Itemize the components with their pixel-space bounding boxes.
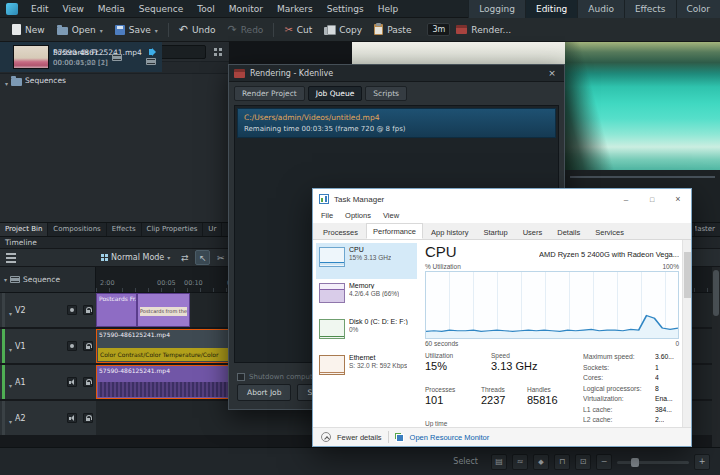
tab-performance[interactable]: Performance xyxy=(366,223,423,239)
render-button[interactable]: Render... xyxy=(450,22,517,38)
close-icon[interactable] xyxy=(665,189,691,209)
snap-toggle[interactable] xyxy=(554,454,570,470)
timeline-clip-postcards[interactable]: Postcards Fr... xyxy=(96,293,137,327)
chevron-down-icon[interactable] xyxy=(9,409,12,428)
menu-help[interactable]: Help xyxy=(371,0,406,18)
expand-arrow-icon[interactable] xyxy=(5,71,8,90)
menu-tool[interactable]: Tool xyxy=(190,0,221,18)
mix-clips-button[interactable] xyxy=(177,250,192,265)
tab-master[interactable]: Master xyxy=(694,223,720,236)
zoom-slider[interactable] xyxy=(617,455,689,469)
menu-view[interactable]: View xyxy=(377,209,405,223)
tab-render-project[interactable]: Render Project xyxy=(234,86,305,101)
redo-button[interactable]: Redo xyxy=(222,21,270,39)
sidebar-item-cpu[interactable]: CPU15% 3.13 GHz xyxy=(316,243,417,279)
tab-processes[interactable]: Processes xyxy=(316,224,365,239)
cpu-usage-chart[interactable] xyxy=(425,271,679,339)
slider-thumb[interactable] xyxy=(631,458,639,467)
sequence-tab[interactable]: Sequence xyxy=(0,267,96,293)
workspace-tab-color[interactable]: Color xyxy=(676,0,720,18)
menu-settings[interactable]: Settings xyxy=(320,0,371,18)
tab-undo-history[interactable]: Ur xyxy=(203,223,222,236)
workspace-tab-effects[interactable]: Effects xyxy=(624,0,676,18)
bin-folder-row[interactable]: Sequences xyxy=(0,74,229,87)
tab-project-bin[interactable]: Project Bin xyxy=(0,223,48,236)
copy-button[interactable]: Copy xyxy=(318,22,368,38)
project-monitor-display[interactable] xyxy=(565,42,720,170)
fewer-details-button[interactable]: Fewer details xyxy=(337,433,382,442)
chevron-down-icon[interactable] xyxy=(9,301,12,320)
new-button[interactable]: New xyxy=(6,21,51,38)
track-header-v1[interactable]: V1 xyxy=(0,329,96,363)
timeline-clip-audio[interactable]: 57590-486125241.mp4 xyxy=(96,365,232,399)
tab-startup[interactable]: Startup xyxy=(476,224,514,239)
hide-track-icon[interactable] xyxy=(67,305,77,315)
selection-tool-button[interactable] xyxy=(195,250,210,265)
workspace-tab-editing[interactable]: Editing xyxy=(525,0,577,18)
video-thumbnails-toggle[interactable] xyxy=(491,454,507,470)
lock-track-icon[interactable] xyxy=(83,341,93,351)
tab-job-queue[interactable]: Job Queue xyxy=(308,86,363,101)
close-icon[interactable] xyxy=(545,67,559,80)
shutdown-checkbox[interactable] xyxy=(237,373,245,381)
tab-app-history[interactable]: App history xyxy=(424,224,476,239)
dialog-titlebar[interactable]: Rendering - Kdenlive xyxy=(229,65,564,82)
window-titlebar[interactable]: Task Manager xyxy=(313,189,691,209)
track-header-a1[interactable]: A1 xyxy=(0,365,96,399)
effect-strip[interactable]: Color Contrast/Color Temperature/Color xyxy=(98,348,230,361)
menu-file[interactable]: File xyxy=(315,209,339,223)
zoom-out-button[interactable] xyxy=(596,454,612,470)
audio-indicator-icon[interactable] xyxy=(149,49,153,55)
lock-track-icon[interactable] xyxy=(83,413,93,423)
video-indicator-icon[interactable] xyxy=(146,58,156,65)
render-job-item[interactable]: C:/Users/admin/Videos/untitled.mp4 Remai… xyxy=(237,108,556,138)
menu-view[interactable]: View xyxy=(55,0,90,18)
tab-scripts[interactable]: Scripts xyxy=(365,86,407,101)
menu-media[interactable]: Media xyxy=(91,0,132,18)
tab-effects[interactable]: Effects xyxy=(107,223,142,236)
menu-monitor[interactable]: Monitor xyxy=(222,0,270,18)
chevron-down-icon[interactable] xyxy=(9,337,12,356)
view-mode-button[interactable] xyxy=(211,45,225,59)
markers-toggle[interactable] xyxy=(533,454,549,470)
zoom-in-button[interactable] xyxy=(694,454,710,470)
track-header-v2[interactable]: V2 xyxy=(0,293,96,327)
lock-track-icon[interactable] xyxy=(83,305,93,315)
timeline-clip-video[interactable]: 57590-486125241.mp4 Color Contrast/Color… xyxy=(96,329,232,363)
sidebar-item-ethernet[interactable]: EthernetS: 32.0 R: 592 Kbps xyxy=(316,351,417,387)
tab-compositions[interactable]: Compositions xyxy=(48,223,106,236)
abort-job-button[interactable]: Abort Job xyxy=(237,384,291,401)
menu-sequence[interactable]: Sequence xyxy=(132,0,190,18)
zoom-fit-button[interactable] xyxy=(575,454,591,470)
video-indicator-icon[interactable] xyxy=(112,54,122,61)
mute-track-icon[interactable] xyxy=(67,413,77,423)
cut-button[interactable]: Cut xyxy=(278,21,318,39)
monitor-seek-bar[interactable] xyxy=(570,176,715,178)
scrollbar-thumb[interactable] xyxy=(684,252,691,298)
lock-track-icon[interactable] xyxy=(83,377,93,387)
tab-clip-properties[interactable]: Clip Properties xyxy=(142,223,204,236)
undo-button[interactable]: Undo xyxy=(173,21,222,39)
tab-details[interactable]: Details xyxy=(550,224,587,239)
menu-edit[interactable]: Edit xyxy=(24,0,55,18)
chevron-down-icon[interactable] xyxy=(9,373,12,392)
menu-markers[interactable]: Markers xyxy=(270,0,320,18)
timeline-scrollbar[interactable] xyxy=(712,267,720,447)
timeline-menu-button[interactable] xyxy=(3,250,18,265)
workspace-tab-logging[interactable]: Logging xyxy=(468,0,525,18)
track-header-a2[interactable]: A2 xyxy=(0,401,96,435)
open-button[interactable]: Open xyxy=(51,22,109,38)
mute-track-icon[interactable] xyxy=(67,377,77,387)
tab-users[interactable]: Users xyxy=(516,224,550,239)
edit-mode-dropdown[interactable]: Normal Mode xyxy=(97,252,174,263)
timeline-clip-postcards-2[interactable]: Postcards from the po xyxy=(137,293,190,327)
tab-services[interactable]: Services xyxy=(588,224,631,239)
save-button[interactable]: Save xyxy=(109,22,164,38)
sidebar-item-disk[interactable]: Disk 0 (C: D: E: F:)0% xyxy=(316,315,417,351)
workspace-tab-audio[interactable]: Audio xyxy=(577,0,624,18)
maximize-icon[interactable] xyxy=(639,189,665,209)
audio-thumbnails-toggle[interactable] xyxy=(512,454,528,470)
bin-clip-row[interactable]: Postcards Fr... 00:00:05;00 [1] xyxy=(0,42,128,72)
tm-scrollbar[interactable] xyxy=(682,240,691,427)
sidebar-item-memory[interactable]: Memory4.2/6.4 GB (66%) xyxy=(316,279,417,315)
